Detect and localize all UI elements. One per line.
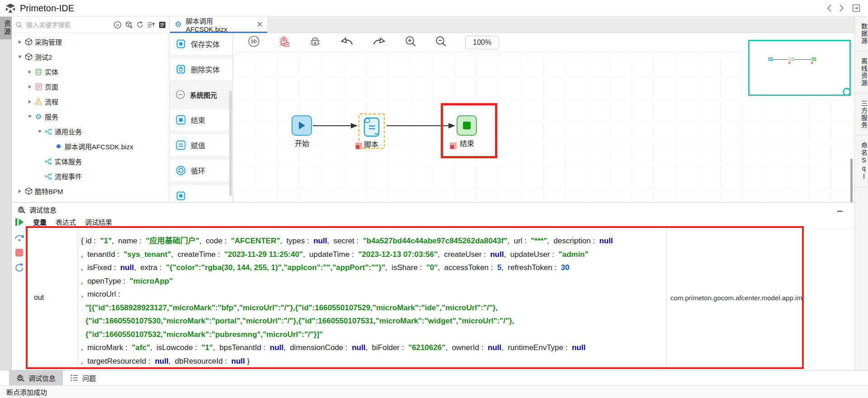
save-layout-icon[interactable] — [852, 4, 861, 13]
variable-name[interactable]: out — [28, 228, 78, 367]
arrow-right-icon[interactable] — [16, 40, 24, 44]
primeton-ide-window: Primeton-IDE 资源 AI 采购管理测试2实体页面流程服务通用业务脚本… — [0, 0, 868, 398]
step-over-icon[interactable] — [14, 232, 25, 243]
status-message: 断点添加成功 — [6, 387, 47, 397]
tree-item-label: 测试2 — [35, 52, 52, 62]
debug-value-line: , isFixed : null, extra : "{"color":"rgb… — [81, 261, 663, 275]
variable-value[interactable]: { id : "1", name : "应用基础门户", code : "AFC… — [78, 228, 666, 367]
tree-item-service[interactable]: 服务 — [12, 109, 169, 124]
explorer-toolbar: AI — [113, 21, 166, 29]
arrow-right-icon[interactable] — [26, 70, 33, 74]
step-run-icon-button[interactable] — [248, 35, 260, 49]
palette-item-system-elements[interactable]: 系统图元 — [170, 84, 232, 105]
debug-value-line: { id : "1", name : "应用基础门户", code : "AFC… — [81, 234, 663, 248]
tree-item-page[interactable]: 页面 — [12, 79, 169, 94]
tree-item-entity-service[interactable]: 实体服务 — [12, 154, 169, 169]
palette-item-label: 循环 — [191, 165, 205, 176]
zoom-in-icon-button[interactable] — [405, 35, 417, 49]
tree-item-purchase-mgmt[interactable]: 采购管理 — [12, 34, 169, 49]
debug-side-toolbar — [13, 232, 25, 273]
palette-item-loop[interactable]: 循环 — [170, 160, 232, 181]
palette-item-label: 删除实体 — [191, 64, 220, 75]
script-node-icon[interactable] — [361, 116, 382, 138]
breakpoint-badge-script[interactable] — [355, 142, 362, 149]
tree-item-flow[interactable]: 流程 — [12, 94, 169, 109]
arrow-down-icon[interactable] — [26, 115, 33, 118]
left-tab-resources[interactable]: 资源 — [0, 17, 12, 39]
debug-panel-header: 调试信息 — [12, 203, 854, 216]
right-tab-third-party-service[interactable]: 三方服务 — [855, 94, 868, 136]
flow-canvas[interactable]: 开始 脚本 结束 100% — [233, 33, 854, 202]
arrow-down-icon[interactable] — [16, 55, 24, 59]
tree-item-label: 实体 — [45, 67, 58, 76]
right-tab-offline-resource[interactable]: 离线资源 — [855, 52, 868, 94]
refresh-icon[interactable] — [136, 21, 144, 28]
tree-item-common-biz[interactable]: 通用业务 — [12, 124, 169, 139]
editor-tab-script-afcsdk[interactable]: 脚本调用AFCSDK.bizx — [170, 17, 267, 33]
resource-explorer: AI 采购管理测试2实体页面流程服务通用业务脚本调用AFCSDK.bizx实体服… — [12, 17, 170, 202]
resume-icon[interactable] — [14, 217, 24, 227]
tree-item-label: 通用业务 — [55, 127, 82, 136]
element-palette: 保存实体删除实体系统图元结束赋值循环 — [170, 33, 233, 202]
node-start[interactable] — [292, 115, 312, 136]
tree-item-entity[interactable]: 实体 — [12, 64, 169, 79]
svg-text:AI: AI — [116, 23, 119, 27]
palette-scrollbar[interactable] — [229, 91, 232, 196]
undo-icon-button[interactable] — [340, 36, 354, 49]
palette-item-save-entity[interactable]: 保存实体 — [170, 33, 232, 55]
problems-list-icon — [70, 374, 79, 382]
sort-list-icon[interactable] — [147, 21, 155, 29]
zoom-level[interactable]: 100% — [465, 36, 499, 49]
breakpoint-badge-end[interactable] — [450, 142, 457, 149]
tree-item-partial[interactable] — [12, 199, 169, 202]
app-title: Primeton-IDE — [20, 3, 74, 14]
import-doc-icon[interactable] — [158, 21, 166, 29]
debug-stop-icon-button[interactable] — [278, 35, 291, 50]
arrow-right-icon[interactable] — [26, 100, 33, 104]
bottom-tab-label: 问题 — [82, 373, 96, 383]
node-end[interactable] — [457, 115, 477, 136]
debug-step-icon-button[interactable] — [309, 35, 321, 50]
right-tab-data-source[interactable]: 数据源 — [855, 17, 868, 52]
zoom-out-icon-button[interactable] — [435, 35, 447, 49]
canvas-scrollbar[interactable] — [850, 159, 853, 202]
right-tab-named-sql[interactable]: 命名Sql — [855, 136, 868, 188]
debug-value-line: , openType : "microApp" — [81, 275, 663, 288]
tree-item-test2[interactable]: 测试2 — [12, 49, 169, 64]
minimap[interactable] — [748, 40, 851, 96]
palette-item-delete-entity[interactable]: 删除实体 — [170, 58, 232, 80]
debug-value-line: , tenantId : "sys_tenant", createTime : … — [81, 248, 663, 261]
end-element-icon — [175, 114, 186, 125]
search-input[interactable] — [25, 21, 111, 29]
palette-item-assign[interactable]: 赋值 — [170, 134, 232, 156]
bottom-tab-debug-info[interactable]: 调试信息 — [9, 370, 63, 385]
palette-item-partial[interactable] — [170, 185, 232, 202]
assign-icon — [175, 140, 186, 151]
arrow-right-icon[interactable] — [16, 189, 24, 194]
arrow-right-icon[interactable] — [26, 85, 33, 89]
minimize-icon[interactable] — [836, 206, 854, 213]
tree-item-script-afcsdk[interactable]: 脚本调用AFCSDK.bizx — [12, 139, 169, 154]
node-start-label: 开始 — [288, 137, 316, 148]
nav-forward-icon[interactable] — [839, 4, 844, 12]
package-icon — [24, 53, 33, 61]
new-module-icon[interactable] — [125, 21, 133, 29]
title-bar: Primeton-IDE — [0, 0, 868, 17]
arrow-down-icon[interactable] — [36, 130, 43, 133]
bottom-tab-bar: 调试信息问题 — [0, 370, 868, 385]
node-end-label: 结束 — [453, 137, 481, 148]
nav-back-icon[interactable] — [826, 4, 832, 12]
redo-icon-button[interactable] — [372, 36, 387, 49]
palette-item-end-element[interactable]: 结束 — [170, 109, 232, 131]
minimap-resize-handle[interactable] — [843, 88, 851, 96]
ai-icon[interactable]: AI — [113, 21, 122, 29]
gear-icon — [175, 20, 182, 28]
bottom-tab-problems[interactable]: 问题 — [63, 370, 103, 385]
close-icon[interactable] — [257, 21, 263, 27]
palette-item-label: 保存实体 — [191, 38, 220, 49]
refresh-circle-icon[interactable] — [14, 262, 25, 273]
tree-item-kute-bpm[interactable]: 酷特BPM — [12, 184, 169, 199]
page-icon — [33, 83, 43, 90]
tree-item-flow-event[interactable]: 流程事件 — [12, 169, 169, 184]
stop-icon[interactable] — [15, 249, 23, 256]
